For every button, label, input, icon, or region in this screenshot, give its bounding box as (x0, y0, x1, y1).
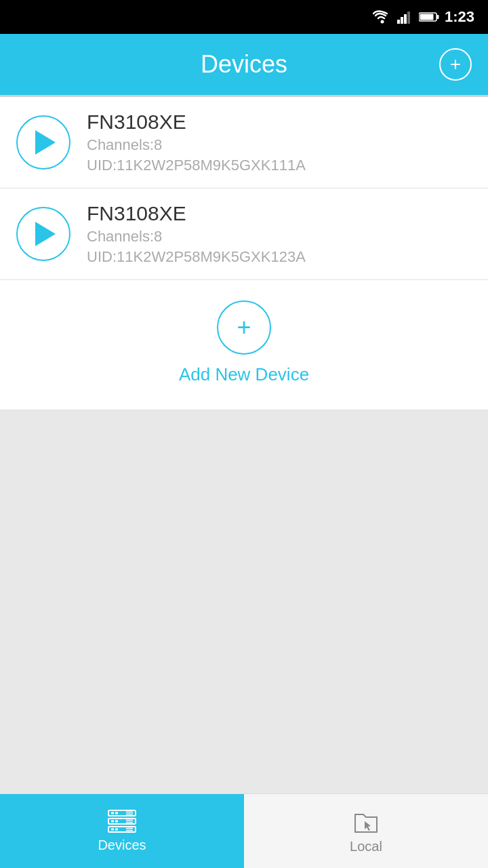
signal-icon (397, 10, 413, 24)
play-triangle-icon-2 (35, 222, 56, 246)
add-device-plus-icon: + (237, 315, 251, 340)
devices-nav-icon (107, 809, 137, 833)
svg-rect-10 (115, 812, 118, 814)
device-info-1: FN3108XE Channels:8 UID:11K2W2P58M9K5GXK… (87, 111, 306, 174)
play-button-2[interactable] (16, 207, 70, 261)
status-icons: 1:23 (373, 8, 474, 26)
device-channels-1: Channels:8 (87, 136, 306, 154)
svg-rect-20 (115, 829, 118, 831)
status-bar: 1:23 (0, 0, 488, 34)
nav-item-devices[interactable]: Devices (0, 794, 244, 868)
svg-rect-19 (111, 829, 114, 831)
svg-point-0 (380, 20, 384, 24)
device-uid-2: UID:11K2W2P58M9K5GXK123A (87, 248, 306, 266)
page-title: Devices (201, 50, 287, 79)
svg-rect-3 (404, 14, 407, 24)
add-device-label: Add New Device (179, 364, 309, 385)
header-add-button[interactable]: + (439, 48, 472, 81)
svg-rect-9 (111, 812, 114, 814)
empty-area (0, 410, 488, 817)
local-nav-icon (354, 808, 378, 835)
nav-local-label: Local (350, 839, 382, 854)
add-device-circle-button[interactable]: + (217, 300, 271, 355)
device-list: FN3108XE Channels:8 UID:11K2W2P58M9K5GXK… (0, 97, 488, 410)
bottom-nav: Devices Local (0, 793, 488, 868)
device-item-2[interactable]: FN3108XE Channels:8 UID:11K2W2P58M9K5GXK… (0, 189, 488, 280)
svg-rect-2 (401, 17, 403, 24)
nav-item-local[interactable]: Local (244, 794, 488, 868)
device-name-2: FN3108XE (87, 202, 306, 225)
status-time: 1:23 (445, 8, 474, 26)
svg-rect-15 (115, 821, 118, 823)
battery-icon (419, 12, 439, 22)
app-header: Devices + (0, 34, 488, 95)
play-triangle-icon (35, 130, 56, 155)
svg-rect-4 (407, 12, 410, 24)
add-device-section[interactable]: + Add New Device (0, 280, 488, 410)
svg-rect-1 (397, 20, 400, 24)
plus-icon: + (450, 55, 461, 74)
wifi-icon (373, 10, 392, 24)
device-uid-1: UID:11K2W2P58M9K5GXK111A (87, 157, 306, 174)
device-item[interactable]: FN3108XE Channels:8 UID:11K2W2P58M9K5GXK… (0, 97, 488, 189)
device-channels-2: Channels:8 (87, 228, 306, 245)
svg-rect-6 (436, 15, 439, 19)
nav-devices-label: Devices (98, 837, 146, 853)
play-button-1[interactable] (16, 115, 70, 170)
device-name-1: FN3108XE (87, 111, 306, 134)
svg-rect-14 (111, 821, 114, 823)
svg-rect-7 (420, 14, 433, 20)
device-info-2: FN3108XE Channels:8 UID:11K2W2P58M9K5GXK… (87, 202, 306, 266)
